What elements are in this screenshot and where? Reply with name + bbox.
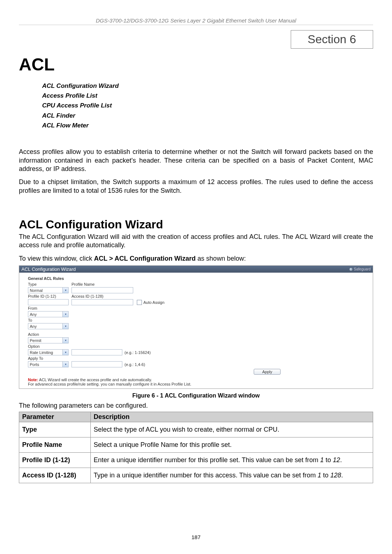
param-name: Type <box>19 422 91 437</box>
type-select-value: Normal <box>30 288 42 293</box>
apply-to-select[interactable]: Ports ▾ <box>28 361 69 367</box>
safeguard-label: Safeguard <box>354 267 371 271</box>
group-heading: General ACL Rules <box>28 276 364 281</box>
safeguard-badge: Safeguard <box>350 267 371 271</box>
table-header-row: Parameter Description <box>19 412 373 422</box>
chevron-down-icon: ▾ <box>62 350 68 355</box>
option-value-input[interactable] <box>72 349 122 355</box>
section-chip: Section 6 <box>291 30 373 49</box>
nav-path: ACL > ACL Configuration Wizard <box>94 255 196 262</box>
apply-to-value-input[interactable] <box>72 361 122 367</box>
apply-button[interactable]: Apply <box>254 369 281 375</box>
toc-item: CPU Access Profile List <box>42 101 373 110</box>
chevron-down-icon: ▾ <box>62 311 68 317</box>
chevron-down-icon: ▾ <box>62 323 68 329</box>
param-desc: Select a unique Profile Name for this pr… <box>91 437 373 453</box>
wizard-title-text: ACL Configuration Wizard <box>21 266 76 272</box>
toc-item: Access Profile List <box>42 91 373 101</box>
th-parameter: Parameter <box>19 412 91 422</box>
param-desc: Select the type of ACL you wish to creat… <box>91 422 373 437</box>
from-select[interactable]: Any ▾ <box>28 311 69 317</box>
table-row: Access ID (1-128) Type in a unique ident… <box>19 468 373 483</box>
table-row: Type Select the type of ACL you wish to … <box>19 422 373 437</box>
figure-caption: Figure 6 - 1 ACL Configuration Wizard wi… <box>19 392 373 399</box>
toc-item: ACL Flow Meter <box>42 121 373 130</box>
from-select-value: Any <box>30 312 37 317</box>
auto-assign-checkbox[interactable] <box>137 300 142 305</box>
wizard-screenshot: ACL Configuration Wizard Safeguard Gener… <box>19 265 373 389</box>
access-id-label: Access ID (1-128) <box>72 294 103 298</box>
note-label: Note: <box>28 378 38 382</box>
action-select-value: Permit <box>30 338 41 343</box>
param-name: Profile Name <box>19 437 91 453</box>
profile-name-input[interactable] <box>72 287 133 293</box>
nav-pre: To view this window, click <box>19 255 94 262</box>
profile-id-input[interactable] <box>28 299 69 305</box>
option-hint: (e.g.: 1-15624) <box>124 350 151 355</box>
note-line-2: For advanecd access profile/rule setting… <box>28 382 191 386</box>
type-label: Type <box>28 282 72 286</box>
table-row: Profile Name Select a unique Profile Nam… <box>19 437 373 453</box>
param-name: Access ID (1-128) <box>19 468 91 483</box>
chevron-down-icon: ▾ <box>62 338 68 343</box>
wizard-titlebar: ACL Configuration Wizard Safeguard <box>19 266 373 273</box>
table-row: Profile ID (1-12) Enter a unique identif… <box>19 453 373 468</box>
intro-paragraph-2: Due to a chipset limitation, the Switch … <box>19 178 373 195</box>
section-paragraph: The ACL Configuration Wizard will aid wi… <box>19 233 373 250</box>
param-desc: Type in a unique identifier number for t… <box>91 468 373 483</box>
navigation-instruction: To view this window, click ACL > ACL Con… <box>19 255 373 262</box>
profile-name-label: Profile Name <box>72 282 115 286</box>
wizard-note: Note: ACL Wizard will create the access … <box>28 378 364 386</box>
page-number: 187 <box>0 534 392 540</box>
doc-header: DGS-3700-12/DGS-3700-12G Series Layer 2 … <box>19 17 373 25</box>
from-label: From <box>28 306 72 310</box>
apply-to-hint: (e.g.: 1,4-6) <box>124 362 145 367</box>
to-select[interactable]: Any ▾ <box>28 323 69 329</box>
to-label: To <box>28 318 72 322</box>
toc-list: ACL Configuration Wizard Access Profile … <box>42 81 373 130</box>
type-select[interactable]: Normal ▾ <box>28 287 69 293</box>
th-description: Description <box>91 412 373 422</box>
param-desc: Enter a unique identifier number for thi… <box>91 453 373 468</box>
access-id-input[interactable] <box>72 299 133 305</box>
nav-post: as shown below: <box>196 255 246 262</box>
section-heading: ACL Configuration Wizard <box>19 218 373 231</box>
toc-item: ACL Finder <box>42 111 373 121</box>
apply-to-label: Apply To <box>28 356 72 360</box>
option-label: Option <box>28 344 72 349</box>
option-select-value: Rate Limiting <box>30 350 53 355</box>
safeguard-icon <box>350 268 352 271</box>
note-line-1: ACL Wizard will create the access profil… <box>38 378 152 382</box>
intro-paragraph-1: Access profiles allow you to establish c… <box>19 148 373 174</box>
chevron-down-icon: ▾ <box>62 288 68 293</box>
chevron-down-icon: ▾ <box>62 362 68 367</box>
profile-id-label: Profile ID (1-12) <box>28 294 72 298</box>
to-select-value: Any <box>30 324 37 329</box>
param-name: Profile ID (1-12) <box>19 453 91 468</box>
apply-to-select-value: Ports <box>30 362 39 367</box>
auto-assign-label: Auto Assign <box>143 300 164 305</box>
parameter-table: Parameter Description Type Select the ty… <box>19 412 373 483</box>
action-select[interactable]: Permit ▾ <box>28 337 69 343</box>
action-label: Action <box>28 332 72 337</box>
page-title: ACL <box>19 54 373 74</box>
toc-item: ACL Configuration Wizard <box>42 81 373 91</box>
option-select[interactable]: Rate Limiting ▾ <box>28 349 69 355</box>
table-intro: The following parameters can be configur… <box>19 402 373 410</box>
